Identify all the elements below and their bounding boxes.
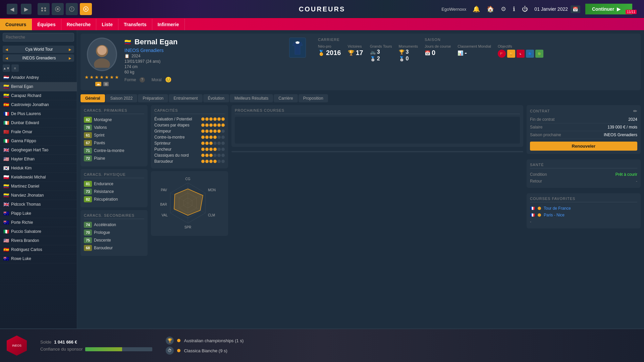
power-icon[interactable]: ⏻ [521, 4, 529, 14]
rider-item[interactable]: 🇪🇨Carapaz Richard [0, 91, 77, 100]
search-input[interactable] [3, 33, 74, 42]
dot-filled [209, 160, 213, 163]
contract-edit-icon[interactable]: ✏ [633, 108, 637, 114]
section-tab-carrière[interactable]: Carrière [274, 94, 298, 102]
rider-item[interactable]: 🇪🇸Castroviejo Jonathan [0, 100, 77, 109]
rider-item[interactable]: 🇨🇴Martínez Daniel [0, 182, 77, 191]
player-name: Bernal Egan [135, 38, 177, 46]
settings-icon[interactable]: ⚙ [499, 4, 507, 14]
section-tab-général[interactable]: Général [80, 94, 105, 102]
svg-text:PAV: PAV [161, 188, 167, 192]
home-icon[interactable]: 🏠 [485, 4, 495, 14]
fav-name[interactable]: Tour de France [544, 206, 571, 211]
fav-row: 🇫🇷Paris - Nice [530, 212, 637, 218]
rider-item[interactable]: 🇫🇷De Plus Laurens [0, 109, 77, 118]
stat-label: Baroudeur [94, 246, 113, 250]
solde-row: Solde 1 041 666 € [40, 340, 152, 345]
section-tab-proposition[interactable]: Proposition [299, 94, 328, 102]
section-tab-entraînement[interactable]: Entraînement [169, 94, 202, 102]
dot-empty [221, 160, 225, 163]
svg-rect-1 [44, 7, 46, 9]
rider-flag: 🇲🇦 [3, 129, 9, 135]
rider-item[interactable]: 🇬🇧Geoghegan Hart Tao [0, 146, 77, 155]
rider-item[interactable]: 🇺🇸Rivera Brandon [0, 236, 77, 245]
primaires-title: CARACS. PRIMAIRES [84, 108, 144, 114]
fav-flag: 🇫🇷 [530, 206, 535, 211]
stats-main-content: CARACS. PRIMAIRES 82Montagne78Vallons61S… [80, 105, 641, 256]
stat-value: 71 [84, 148, 92, 154]
rider-item[interactable]: 🇮🇪Dunbar Edward [0, 118, 77, 127]
objectifs-icons: 🚩 🏆 L 🔵 🟢 [498, 50, 543, 58]
rider-item[interactable]: 🇦🇺Porte Richie [0, 218, 77, 227]
rider-item[interactable]: 🇮🇹Puccio Salvatore [0, 227, 77, 236]
filter-cya-world-tour[interactable]: ◀ Cya World Tour ▶ [3, 46, 74, 53]
obj-icon-2: 🏆 [507, 50, 515, 58]
module-icon-4[interactable] [80, 3, 92, 15]
rider-item[interactable]: 🇲🇦Fraile Omar [0, 127, 77, 137]
section-tab-saison-2022[interactable]: Saison 2022 [106, 94, 138, 102]
module-icon-2[interactable] [52, 3, 64, 15]
module-icon-1[interactable] [38, 3, 50, 15]
moral-row: Moral 😊 [152, 76, 172, 83]
rider-item[interactable]: 🇳🇱Amador Andrey [0, 73, 77, 82]
stat-label: Plaine [94, 156, 105, 161]
rider-item[interactable]: 🇺🇸Hayter Ethan [0, 155, 77, 164]
dot-filled [209, 130, 213, 133]
calendar-icon[interactable]: 📅 [571, 5, 580, 13]
tab-infirmerie[interactable]: Infirmerie [152, 19, 185, 30]
rider-item[interactable]: 🇦🇺Plapp Luke [0, 209, 77, 218]
rider-item[interactable]: 🇬🇧Pidcock Thomas [0, 200, 77, 209]
tab-liste[interactable]: Liste [96, 19, 118, 30]
neopro-year: 2016 [326, 49, 341, 57]
contract-year-row: 📋 2024 [124, 54, 284, 58]
stat-label: Descente [94, 238, 111, 243]
sort-icon-2[interactable]: ≡ [11, 64, 19, 72]
dot-filled [213, 136, 217, 139]
rider-name: Dunbar Edward [11, 120, 39, 125]
player-photo [87, 38, 117, 71]
dot-filled [217, 130, 221, 133]
stat-label: Accélération [94, 222, 116, 227]
tab-recherche[interactable]: Recherche [61, 19, 97, 30]
tab-equipes[interactable]: Équipes [32, 19, 61, 30]
rider-item[interactable]: 🇨🇴Bernal Egan [0, 82, 77, 91]
notification-icon[interactable]: 🔔 [471, 4, 481, 14]
rider-item[interactable]: 🇨🇴Narváez Jhonatan [0, 191, 77, 200]
info-icon[interactable]: ℹ [512, 4, 517, 14]
section-tab-évolution[interactable]: Évolution [203, 94, 229, 102]
tab-coureurs[interactable]: Coureurs [0, 19, 32, 30]
stat-row: 67Pavés [84, 140, 144, 146]
stat-row: 74Accélération [84, 222, 144, 228]
rider-flag: 🇮🇪 [3, 120, 9, 125]
tab-transferts[interactable]: Transferts [118, 19, 152, 30]
rider-item[interactable]: 🇮🇹Ganna Filippo [0, 137, 77, 146]
sidebar-filters: ◀ Cya World Tour ▶ ◀ INEOS Grenadiers ▶ [0, 44, 77, 63]
filter-ineos[interactable]: ◀ INEOS Grenadiers ▶ [3, 54, 74, 62]
player-kit [289, 38, 306, 58]
section-tab-préparation[interactable]: Préparation [138, 94, 168, 102]
player-name-row: 🇨🇴 Bernal Egan [124, 38, 284, 46]
stat-value: 82 [84, 196, 92, 202]
obj-icon-4: 🔵 [526, 50, 534, 58]
team-link[interactable]: INEOS Grenadiers [124, 48, 284, 53]
back-button[interactable]: ◀ [7, 4, 17, 14]
obj-icon-3: L [517, 50, 525, 58]
rider-name: Heiduk Kim [11, 166, 32, 170]
dot-filled [209, 154, 213, 157]
rider-item[interactable]: 🇦🇺Rowe Luke [0, 254, 77, 263]
dot-empty [221, 154, 225, 157]
section-tab-meilleurs-résultats[interactable]: Meilleurs Résultats [230, 94, 273, 102]
forward-button[interactable]: ▶ [21, 4, 32, 14]
stat-label: Vallons [94, 125, 107, 130]
module-icon-3[interactable] [66, 3, 78, 15]
cap-dots [201, 160, 225, 163]
rider-item[interactable]: 🇵🇱Kwiatkowski Michal [0, 173, 77, 182]
sort-icon-1[interactable]: ▲▼ [3, 64, 10, 72]
courses-bar [231, 151, 523, 152]
renew-button[interactable]: Renouveler [530, 142, 637, 151]
rider-item[interactable]: 🇪🇸Rodriguez Carlos [0, 245, 77, 254]
rider-item[interactable]: 🇰🇷Heiduk Kim [0, 164, 77, 173]
fav-name[interactable]: Paris - Nice [544, 213, 565, 217]
rider-name: Fraile Omar [11, 130, 32, 134]
rider-flag: 🇰🇷 [3, 165, 9, 171]
